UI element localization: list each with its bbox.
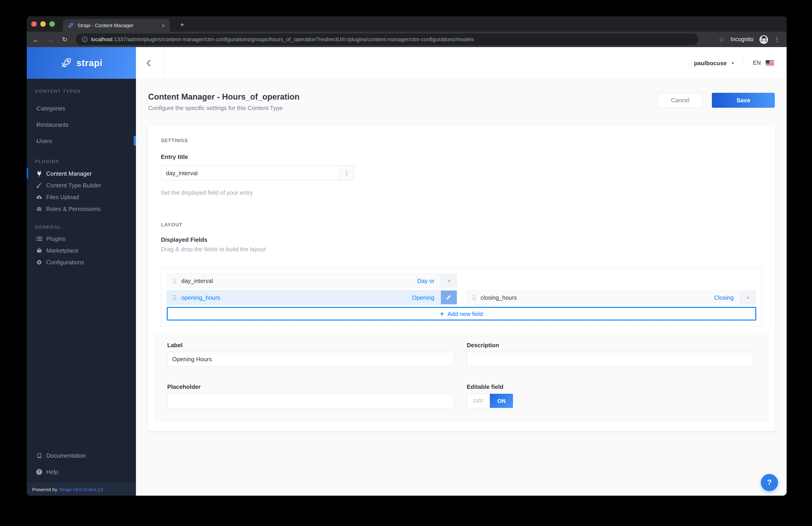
sidebar-item-configurations[interactable]: Configurations bbox=[27, 257, 136, 267]
displayed-fields-label: Displayed Fields bbox=[161, 236, 207, 243]
entry-title-label: Entry title bbox=[161, 153, 188, 160]
sidebar-item-categories[interactable]: ▶ Categories bbox=[27, 103, 136, 113]
description-input[interactable] bbox=[467, 352, 754, 367]
remove-field-icon[interactable]: × bbox=[441, 274, 457, 287]
expand-arrow-icon: ▶ bbox=[27, 107, 37, 110]
sidebar-item-content-type-builder[interactable]: Content Type Builder bbox=[27, 180, 136, 190]
page-info-icon[interactable]: i bbox=[82, 37, 87, 42]
sidebar-item-label: Restaurants bbox=[37, 121, 69, 128]
language-label[interactable]: EN bbox=[753, 60, 761, 66]
gear-icon bbox=[36, 259, 46, 265]
close-window-button[interactable] bbox=[31, 21, 37, 27]
address-bar[interactable]: i localhost :1337/admin/plugins/content-… bbox=[76, 33, 698, 45]
url-path: :1337/admin/plugins/content-manager/ctm-… bbox=[113, 36, 474, 43]
sidebar-item-plugins[interactable]: Plugins bbox=[27, 234, 136, 243]
sidebar-scrollbar[interactable] bbox=[134, 136, 136, 146]
forward-icon[interactable]: → bbox=[45, 35, 56, 43]
incognito-icon bbox=[759, 35, 768, 44]
powered-by-text: Powered by bbox=[32, 486, 57, 492]
tab-title: Strapi - Content Manager bbox=[77, 22, 160, 28]
cancel-button[interactable]: Cancel bbox=[657, 93, 703, 108]
sidebar-item-roles-permissions[interactable]: Roles & Permissions bbox=[27, 204, 136, 214]
page-content: Content Manager - Hours_of_operation Con… bbox=[136, 79, 787, 496]
page-subtitle: Configure the specific settings for this… bbox=[148, 105, 300, 111]
strapi-logo: strapi bbox=[27, 47, 136, 79]
label-input[interactable] bbox=[167, 352, 454, 367]
sidebar-item-label: Users bbox=[37, 137, 52, 144]
entry-title-value: day_interval bbox=[161, 169, 339, 176]
layout-heading: LAYOUT bbox=[161, 222, 183, 227]
drag-handle-icon[interactable] bbox=[173, 295, 177, 300]
sidebar-item-label: Categories bbox=[37, 105, 65, 111]
list-icon bbox=[36, 236, 46, 241]
field-opening-hours[interactable]: opening_hours Opening bbox=[167, 290, 457, 305]
fields-row: day_interval Day or × bbox=[167, 273, 756, 288]
book-icon bbox=[36, 452, 46, 458]
description-field-label: Description bbox=[467, 342, 499, 348]
us-flag-icon[interactable] bbox=[766, 60, 774, 66]
sidebar-item-content-manager[interactable]: Content Manager bbox=[27, 168, 136, 178]
main-area: paulbocuse ▼ EN Content Manager - Hours_… bbox=[136, 47, 787, 496]
minimize-window-button[interactable] bbox=[40, 21, 46, 27]
page-title: Content Manager - Hours_of_operation bbox=[148, 92, 300, 102]
basket-icon bbox=[36, 247, 46, 253]
field-closing-hours[interactable]: closing_hours Closing × bbox=[466, 290, 756, 305]
sidebar: strapi CONTENT TYPES ▶ Categories ▶ Rest… bbox=[27, 47, 136, 496]
editable-field-label: Editable field bbox=[467, 384, 504, 390]
sidebar-item-help[interactable]: ? Help bbox=[27, 467, 136, 477]
browser-tab[interactable]: Strapi - Content Manager × bbox=[63, 19, 170, 32]
section-content-types: CONTENT TYPES bbox=[35, 88, 81, 94]
browser-menu-icon[interactable]: ⋮ bbox=[774, 36, 780, 43]
field-badge: Opening bbox=[412, 294, 434, 301]
entry-title-select[interactable]: day_interval ▲▼ bbox=[161, 165, 354, 181]
sidebar-item-label: Files Upload bbox=[46, 194, 79, 200]
placeholder-input[interactable] bbox=[167, 393, 454, 408]
sidebar-item-documentation[interactable]: Documentation bbox=[27, 450, 136, 460]
field-name: day_interval bbox=[181, 277, 417, 284]
add-new-field-button[interactable]: + Add new field bbox=[167, 307, 756, 320]
strapi-version-link[interactable]: Strapi v3.0.0-next.23 bbox=[59, 486, 103, 492]
sidebar-item-files-upload[interactable]: Files Upload bbox=[27, 192, 136, 202]
screen: Strapi - Content Manager × + ← → ↻ i loc… bbox=[0, 0, 812, 526]
sidebar-item-label: Roles & Permissions bbox=[46, 205, 101, 212]
back-icon[interactable]: ← bbox=[30, 35, 41, 43]
displayed-fields-help: Drag & drop the fields to build the layo… bbox=[161, 246, 266, 253]
url-host: localhost bbox=[91, 36, 113, 43]
users-group-icon bbox=[36, 206, 46, 212]
expand-arrow-icon: ▶ bbox=[27, 139, 37, 142]
settings-card: SETTINGS Entry title day_interval ▲▼ Set… bbox=[148, 125, 775, 431]
remove-field-icon[interactable]: × bbox=[740, 291, 756, 304]
bookmark-star-icon[interactable]: ☆ bbox=[719, 35, 725, 43]
user-menu[interactable]: paulbocuse bbox=[694, 60, 727, 66]
field-day-interval[interactable]: day_interval Day or × bbox=[167, 273, 457, 288]
sidebar-nav: CONTENT TYPES ▶ Categories ▶ Restaurants… bbox=[27, 79, 136, 496]
sidebar-item-marketplace[interactable]: Marketplace bbox=[27, 245, 136, 255]
drag-handle-icon[interactable] bbox=[173, 278, 177, 284]
title-block: Content Manager - Hours_of_operation Con… bbox=[148, 92, 300, 111]
header-divider bbox=[163, 47, 163, 78]
sidebar-item-label: Configurations bbox=[46, 259, 84, 266]
sidebar-item-restaurants[interactable]: ▶ Restaurants bbox=[27, 120, 136, 130]
save-button[interactable]: Save bbox=[712, 93, 775, 108]
fields-row: opening_hours Opening closing_hours bbox=[167, 290, 756, 305]
sidebar-item-users[interactable]: ▶ Users bbox=[27, 136, 136, 146]
tab-close-icon[interactable]: × bbox=[160, 22, 166, 29]
new-tab-button[interactable]: + bbox=[176, 19, 188, 31]
editable-toggle[interactable]: OFF ON bbox=[467, 393, 513, 408]
drag-handle-icon[interactable] bbox=[472, 295, 476, 300]
sidebar-item-label: Content Type Builder bbox=[46, 182, 101, 189]
settings-heading: SETTINGS bbox=[161, 138, 188, 143]
toggle-off[interactable]: OFF bbox=[467, 394, 490, 408]
plug-icon bbox=[36, 170, 46, 176]
zoom-window-button[interactable] bbox=[49, 21, 55, 27]
back-chevron-icon[interactable] bbox=[144, 56, 155, 70]
page-actions: Cancel Save bbox=[657, 93, 775, 108]
incognito-label: Incognito bbox=[731, 36, 754, 43]
help-fab-button[interactable]: ? bbox=[761, 474, 778, 491]
strapi-logo-text: strapi bbox=[76, 58, 103, 68]
field-badge: Day or bbox=[417, 277, 435, 284]
edit-field-icon[interactable] bbox=[441, 291, 456, 304]
reload-icon[interactable]: ↻ bbox=[59, 36, 70, 43]
toggle-on[interactable]: ON bbox=[490, 394, 513, 408]
caret-down-icon[interactable]: ▼ bbox=[731, 61, 734, 64]
